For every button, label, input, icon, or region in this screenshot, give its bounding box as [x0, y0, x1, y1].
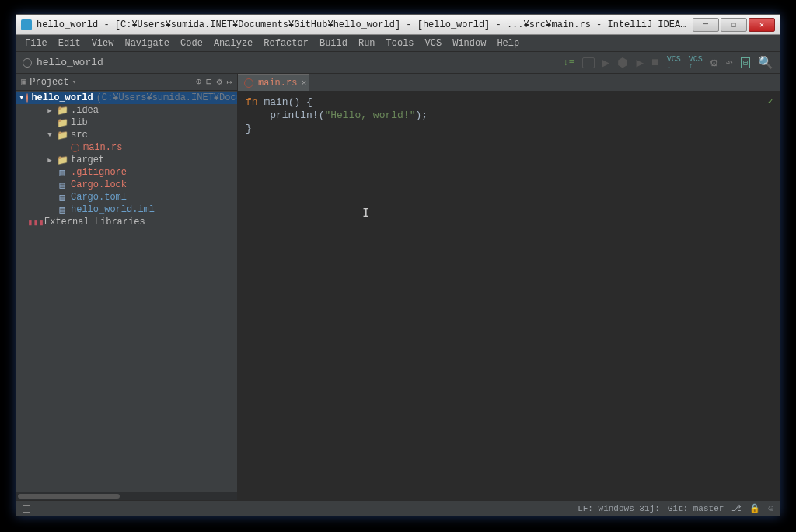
text-cursor-icon: I — [362, 207, 370, 221]
rust-icon — [26, 93, 28, 103]
menu-build[interactable]: Build — [314, 38, 353, 49]
tree-item-label: .idea — [71, 105, 99, 116]
tab-main-rs[interactable]: main.rs × — [238, 74, 309, 91]
tree-item-label: target — [71, 155, 104, 165]
menu-view[interactable]: View — [86, 38, 120, 49]
menu-code[interactable]: Code — [175, 38, 208, 49]
tree-root-path: (C:¥Users¥sumida.INET¥Documents¥ — [96, 92, 237, 103]
make-icon[interactable]: ↓≡ — [563, 57, 574, 68]
folder-icon: 📁 — [57, 105, 68, 116]
tree-item-label: lib — [71, 117, 88, 128]
menu-analyze[interactable]: Analyze — [208, 38, 258, 49]
undo-icon[interactable]: ↶ — [725, 55, 733, 71]
collapse-icon[interactable]: ⊟ — [206, 76, 211, 88]
folder-icon: 📁 — [57, 155, 68, 166]
toolbar-icons: ↓≡ ▶ ⬢ ▶ ■ VCS↓ VCS↑ ⚙ ↶ ⊞ 🔍 — [563, 55, 773, 71]
chevron-right-icon: ▶ — [46, 156, 54, 165]
app-logo-icon — [21, 19, 32, 30]
status-branch-icon[interactable]: ⎇ — [731, 503, 742, 513]
file-icon: ▤ — [57, 167, 68, 179]
rust-file-icon — [244, 78, 253, 88]
external-libraries-label: External Libraries — [44, 217, 145, 228]
tree-item--idea[interactable]: ▶📁.idea — [16, 104, 237, 116]
file-icon: ▤ — [57, 179, 68, 191]
status-toolwindow-icon[interactable] — [23, 505, 30, 513]
menu-navigate[interactable]: Navigate — [119, 38, 175, 49]
status-encoding[interactable]: LF: windows-31j: — [578, 504, 660, 513]
editor-tabs: main.rs × — [238, 74, 780, 91]
menu-tools[interactable]: Tools — [381, 38, 420, 49]
tree-item-label: Cargo.lock — [71, 179, 127, 190]
menu-bar: File Edit View Navigate Code Analyze Ref… — [16, 35, 780, 52]
close-tab-icon[interactable]: × — [302, 78, 307, 88]
editor-area: main.rs × fn main() { println!("Hello, w… — [238, 74, 780, 500]
tree-item-src[interactable]: ▼📁src — [16, 129, 237, 141]
chevron-down-icon: ▼ — [46, 131, 54, 139]
close-button[interactable]: ✕ — [749, 18, 775, 32]
tree-item-hello_world-iml[interactable]: ▤hello_world.iml — [16, 203, 237, 216]
run-icon[interactable]: ▶ — [602, 55, 610, 71]
sidebar-header-label[interactable]: Project — [30, 77, 68, 88]
menu-help[interactable]: Help — [491, 38, 525, 49]
menu-refactor[interactable]: Refactor — [258, 38, 314, 49]
hide-icon[interactable]: ↦ — [227, 76, 232, 88]
file-icon: ▤ — [57, 192, 68, 203]
search-icon[interactable]: 🔍 — [758, 55, 773, 71]
tree-item-Cargo-toml[interactable]: ▤Cargo.toml — [16, 191, 237, 203]
inspection-ok-icon[interactable]: ✓ — [768, 96, 773, 109]
tree-item-Cargo-lock[interactable]: ▤Cargo.lock — [16, 179, 237, 191]
title-bar[interactable]: hello_world - [C:¥Users¥sumida.INET¥Docu… — [16, 15, 780, 35]
status-lock-icon[interactable]: 🔒 — [749, 503, 760, 513]
project-tool-icon: ▣ — [21, 76, 26, 88]
tree-item-label: src — [71, 130, 88, 141]
minimize-button[interactable]: ─ — [693, 18, 719, 32]
tree-root[interactable]: ▼ hello_world (C:¥Users¥sumida.INET¥Docu… — [16, 92, 237, 104]
tree-root-label: hello_world — [31, 92, 93, 103]
coverage-icon[interactable]: ▶ — [636, 55, 644, 71]
folder-icon: 📁 — [57, 130, 68, 141]
menu-run[interactable]: Run — [353, 38, 381, 49]
tab-label: main.rs — [258, 78, 297, 89]
sidebar-header: ▣ Project ▾ ⊕ ⊟ ⚙ ↦ — [16, 74, 237, 91]
app-window: hello_world - [C:¥Users¥sumida.INET¥Docu… — [16, 14, 780, 516]
vcs-update-icon[interactable]: VCS↓ — [667, 56, 681, 70]
debug-icon[interactable]: ⬢ — [617, 55, 628, 71]
stop-icon[interactable]: ■ — [651, 56, 659, 70]
status-git[interactable]: Git: master — [668, 504, 724, 513]
breadcrumb[interactable]: hello_world — [23, 57, 103, 68]
dropdown-icon[interactable]: ▾ — [72, 78, 76, 86]
horizontal-scrollbar[interactable] — [16, 492, 237, 500]
scroll-from-source-icon[interactable]: ⊕ — [196, 76, 201, 88]
run-config-dropdown[interactable] — [582, 57, 595, 68]
tree-item--gitignore[interactable]: ▤.gitignore — [16, 166, 237, 179]
menu-file[interactable]: File — [19, 38, 53, 49]
folder-icon: 📁 — [57, 117, 68, 129]
code-editor[interactable]: fn main() { println!("Hello, world!"); }… — [238, 91, 780, 500]
tree-item-label: .gitignore — [71, 167, 127, 178]
external-libraries[interactable]: ▮▮▮ External Libraries — [16, 216, 237, 228]
chevron-down-icon: ▼ — [19, 94, 23, 102]
menu-window[interactable]: Window — [447, 38, 491, 49]
menu-edit[interactable]: Edit — [53, 38, 86, 49]
structure-icon[interactable]: ⊞ — [741, 57, 750, 68]
rust-file-icon — [69, 144, 80, 152]
settings-icon[interactable]: ⚙ — [710, 55, 718, 71]
toolbar: hello_world ↓≡ ▶ ⬢ ▶ ■ VCS↓ VCS↑ ⚙ ↶ ⊞ 🔍 — [16, 52, 780, 74]
status-hector-icon[interactable]: ☺ — [768, 504, 773, 513]
menu-vcs[interactable]: VCS — [420, 38, 448, 49]
libraries-icon: ▮▮▮ — [30, 217, 41, 228]
tree-item-target[interactable]: ▶📁target — [16, 154, 237, 166]
rust-project-icon — [23, 58, 32, 68]
vcs-commit-icon[interactable]: VCS↑ — [689, 56, 703, 70]
maximize-button[interactable]: ☐ — [721, 18, 747, 32]
status-bar: LF: windows-31j: Git: master ⎇ 🔒 ☺ — [16, 500, 780, 516]
tree-item-main-rs[interactable]: main.rs — [16, 141, 237, 154]
window-title: hello_world - [C:¥Users¥sumida.INET¥Docu… — [37, 19, 691, 30]
project-sidebar: ▣ Project ▾ ⊕ ⊟ ⚙ ↦ ▼ hello_world (C:¥Us… — [16, 74, 238, 500]
gear-icon[interactable]: ⚙ — [217, 76, 222, 88]
chevron-right-icon: ▶ — [46, 106, 54, 115]
file-icon: ▤ — [57, 204, 68, 216]
project-tree: ▼ hello_world (C:¥Users¥sumida.INET¥Docu… — [16, 91, 237, 492]
tree-item-lib[interactable]: 📁lib — [16, 116, 237, 129]
tree-item-label: Cargo.toml — [71, 192, 127, 203]
